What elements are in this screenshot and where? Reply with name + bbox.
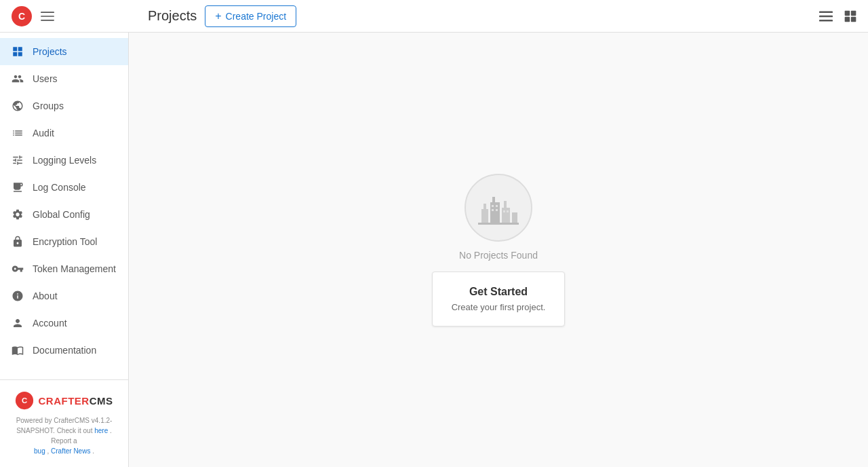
sidebar-footer: C CRAFTERCMS Powered by CrafterCMS v4.1.… [0, 379, 128, 467]
sidebar-item-log-console[interactable]: Log Console [0, 174, 128, 201]
main-content: No Projects Found Get Started Create you… [129, 33, 868, 467]
svg-rect-18 [502, 208, 510, 224]
sidebar-item-label-about: About [33, 291, 58, 301]
sidebar-item-about[interactable]: About [0, 282, 128, 310]
sidebar-item-label-global-config: Global Config [33, 209, 90, 220]
svg-rect-3 [41, 16, 54, 17]
svg-rect-23 [496, 205, 498, 207]
svg-rect-17 [492, 197, 495, 202]
page-title: Projects [148, 8, 197, 24]
svg-rect-10 [845, 16, 850, 22]
groups-icon [11, 99, 24, 113]
sidebar-item-label-encryption-tool: Encryption Tool [33, 236, 97, 247]
svg-rect-5 [819, 11, 833, 13]
empty-state-icon-circle [465, 174, 532, 242]
no-projects-illustration [478, 189, 519, 226]
no-projects-text: No Projects Found [459, 250, 538, 261]
sidebar-item-audit[interactable]: Audit [0, 119, 128, 147]
svg-rect-4 [41, 20, 54, 21]
bug-link[interactable]: bug [34, 447, 45, 455]
svg-rect-6 [819, 15, 833, 17]
svg-text:C: C [22, 396, 27, 405]
sidebar-item-label-users: Users [33, 73, 58, 84]
svg-rect-9 [851, 10, 856, 16]
sidebar-item-global-config[interactable]: Global Config [0, 201, 128, 228]
create-project-button[interactable]: + Create Project [205, 5, 296, 27]
sidebar-item-token-management[interactable]: Token Management [0, 255, 128, 282]
get-started-title: Get Started [452, 286, 546, 298]
create-project-label: Create Project [226, 11, 286, 22]
sidebar-item-account[interactable]: Account [0, 310, 128, 337]
list-view-button[interactable] [819, 10, 833, 23]
svg-rect-15 [484, 204, 486, 209]
svg-rect-20 [512, 212, 517, 224]
svg-rect-27 [507, 210, 509, 212]
sidebar-item-label-account: Account [33, 318, 67, 329]
logging-levels-icon [11, 153, 24, 167]
audit-icon [11, 126, 24, 140]
crafter-footer-logo-text: CRAFTERCMS [38, 395, 113, 407]
footer-version-text: Powered by CrafterCMS v4.1.2-SNAPSHOT. C… [11, 415, 117, 456]
encryption-tool-icon [11, 235, 24, 248]
token-management-icon [11, 262, 24, 276]
menu-toggle-icon[interactable] [41, 10, 54, 23]
sidebar-item-encryption-tool[interactable]: Encryption Tool [0, 228, 128, 255]
svg-text:C: C [18, 11, 25, 22]
svg-rect-11 [851, 16, 856, 22]
get-started-card: Get Started Create your first project. [432, 272, 566, 326]
global-config-icon [11, 208, 24, 221]
documentation-icon [11, 343, 24, 357]
svg-rect-7 [819, 20, 833, 22]
svg-rect-8 [845, 10, 850, 16]
header: C Projects + Create Project [0, 0, 868, 33]
about-icon [11, 289, 24, 303]
crafter-logo: C CRAFTERCMS [11, 391, 117, 410]
sidebar-item-label-token-management: Token Management [33, 263, 116, 274]
svg-rect-21 [478, 223, 519, 225]
sidebar-item-label-audit: Audit [33, 128, 54, 138]
crafter-logo-icon: C [11, 5, 33, 27]
account-icon [11, 316, 24, 330]
here-link[interactable]: here [94, 427, 108, 434]
users-icon [11, 72, 24, 86]
sidebar-item-label-groups: Groups [33, 100, 64, 111]
sidebar-item-users[interactable]: Users [0, 65, 128, 92]
sidebar-item-label-logging-levels: Logging Levels [33, 155, 96, 166]
log-console-icon [11, 181, 24, 194]
sidebar-item-projects[interactable]: Projects [0, 38, 128, 65]
grid-view-button[interactable] [844, 10, 857, 23]
svg-rect-24 [492, 209, 494, 211]
svg-rect-26 [503, 210, 505, 212]
sidebar-item-logging-levels[interactable]: Logging Levels [0, 147, 128, 174]
get-started-subtitle: Create your first project. [452, 302, 546, 312]
empty-state: No Projects Found Get Started Create you… [432, 174, 566, 326]
sidebar-item-label-log-console: Log Console [33, 182, 86, 193]
header-logo-area: C [11, 5, 140, 27]
plus-icon: + [215, 10, 221, 22]
svg-rect-19 [504, 201, 507, 208]
sidebar-item-label-documentation: Documentation [33, 345, 96, 356]
layout: Projects Users Groups Audit [0, 0, 868, 467]
sidebar-nav: Projects Users Groups Audit [0, 33, 128, 379]
sidebar-item-label-projects: Projects [33, 46, 67, 57]
svg-rect-25 [496, 209, 498, 211]
svg-rect-22 [492, 205, 494, 207]
period-end: . [92, 447, 94, 455]
sidebar-item-groups[interactable]: Groups [0, 92, 128, 119]
sidebar: Projects Users Groups Audit [0, 33, 129, 467]
crafter-footer-logo-icon: C [15, 391, 34, 410]
svg-rect-14 [481, 209, 488, 224]
crafter-news-link[interactable]: Crafter News [51, 447, 90, 455]
header-actions [819, 10, 857, 23]
svg-rect-2 [41, 12, 54, 13]
projects-icon [11, 45, 24, 58]
sidebar-item-documentation[interactable]: Documentation [0, 337, 128, 364]
